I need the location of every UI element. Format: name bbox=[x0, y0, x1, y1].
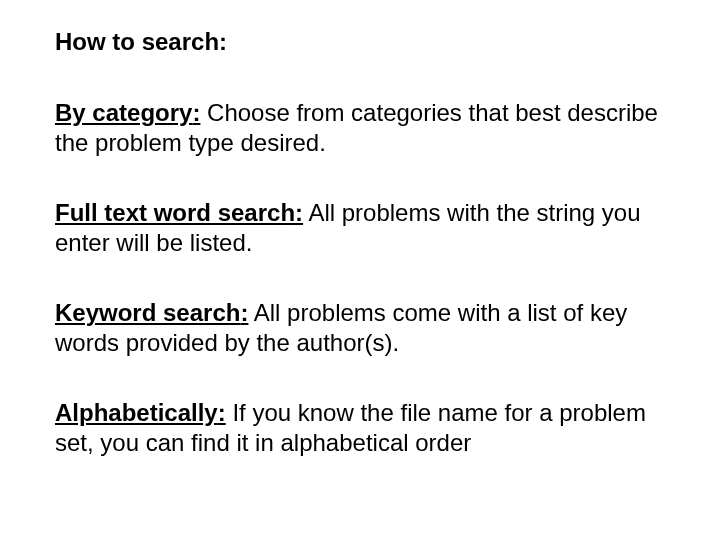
section-label: Alphabetically bbox=[55, 399, 226, 426]
section-label: Keyword search bbox=[55, 299, 248, 326]
section-label: Full text word search bbox=[55, 199, 303, 226]
section-full-text-search: Full text word search All problems with … bbox=[55, 198, 660, 258]
section-by-category: By category Choose from categories that … bbox=[55, 98, 660, 158]
section-keyword-search: Keyword search All problems come with a … bbox=[55, 298, 660, 358]
page-heading: How to search: bbox=[55, 28, 660, 56]
section-alphabetically: Alphabetically If you know the file name… bbox=[55, 398, 660, 458]
section-label: By category bbox=[55, 99, 200, 126]
